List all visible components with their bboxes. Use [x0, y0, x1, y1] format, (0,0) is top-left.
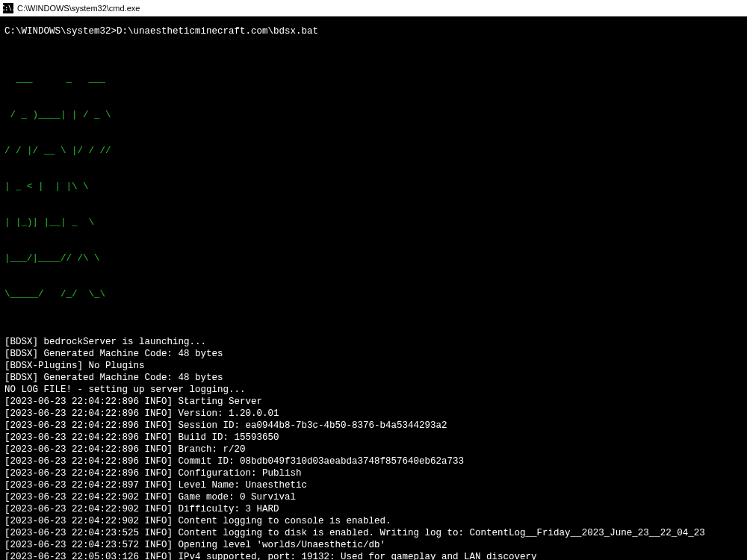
window-titlebar[interactable]: C:\. C:\WINDOWS\system32\cmd.exe: [0, 0, 747, 16]
blank-line: [4, 37, 743, 49]
log-line: [2023-06-23 22:04:22:902 INFO] Content l…: [4, 515, 743, 527]
log-line: [BDSX] Generated Machine Code: 48 bytes: [4, 348, 743, 360]
logo-line: / _ )____| | / _ \: [4, 109, 743, 121]
blank-line: [4, 324, 743, 336]
log-line: [BDSX] bedrockServer is launching...: [4, 336, 743, 348]
log-line: [2023-06-23 22:04:22:897 INFO] Level Nam…: [4, 479, 743, 491]
cmd-icon: C:\.: [3, 3, 13, 13]
logo-line: / / |/ __ \ |/ / //: [4, 145, 743, 157]
log-line: [BDSX] Generated Machine Code: 48 bytes: [4, 372, 743, 384]
log-line: NO LOG FILE! - setting up server logging…: [4, 384, 743, 396]
log-line: [2023-06-23 22:04:22:896 INFO] Version: …: [4, 408, 743, 420]
log-line: [2023-06-23 22:04:22:902 INFO] Game mode…: [4, 491, 743, 503]
terminal-output[interactable]: C:\WINDOWS\system32>D:\unaestheticminecr…: [0, 24, 747, 560]
window-title: C:\WINDOWS\system32\cmd.exe: [17, 4, 140, 13]
logo-line: | |_)| |__| _ \: [4, 217, 743, 228]
logo-line: | _ < | | |\ \: [4, 181, 743, 193]
prompt-line: C:\WINDOWS\system32>D:\unaestheticminecr…: [4, 25, 743, 37]
log-line: [BDSX-Plugins] No Plugins: [4, 360, 743, 372]
log-line: [2023-06-23 22:04:23:572 INFO] Opening l…: [4, 539, 743, 551]
logo-line: ___ _ ___: [4, 73, 743, 85]
ascii-logo: ___ _ ___ / _ )____| | / _ \ / / |/ __ \…: [4, 49, 743, 324]
logo-line: \_____/ /_/ \_\: [4, 288, 743, 300]
log-line: [2023-06-23 22:04:22:896 INFO] Session I…: [4, 420, 743, 432]
log-line: [2023-06-23 22:04:22:896 INFO] Build ID:…: [4, 432, 743, 444]
log-line: [2023-06-23 22:04:22:902 INFO] Difficult…: [4, 503, 743, 515]
log-line: [2023-06-23 22:04:22:896 INFO] Starting …: [4, 396, 743, 408]
log-line: [2023-06-23 22:05:03:126 INFO] IPv4 supp…: [4, 551, 743, 560]
logo-line: |___/|____// /\ \: [4, 252, 743, 264]
prompt-path: C:\WINDOWS\system32>: [4, 26, 117, 37]
log-line: [2023-06-23 22:04:22:896 INFO] Branch: r…: [4, 444, 743, 455]
log-line: [2023-06-23 22:04:23:525 INFO] Content l…: [4, 527, 743, 539]
titlebar-gap: [0, 16, 747, 24]
log-line: [2023-06-23 22:04:22:896 INFO] Configura…: [4, 467, 743, 479]
log-line: [2023-06-23 22:04:22:896 INFO] Commit ID…: [4, 455, 743, 467]
command-text: D:\unaestheticminecraft.com\bdsx.bat: [117, 26, 318, 37]
